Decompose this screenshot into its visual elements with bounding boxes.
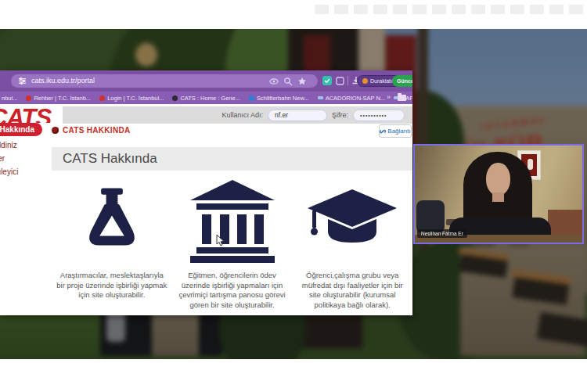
bookmark-item[interactable]: Login | T.C. İstanbul... bbox=[99, 95, 164, 102]
username-input[interactable]: nf.er bbox=[268, 110, 327, 121]
video-frame: İSTANBUL KÜLTÜR ÜNİVERSİ bbox=[0, 0, 587, 392]
feature-column-student: Öğrenci,çalışma grubu veya müfredat dışı… bbox=[292, 177, 412, 310]
person-neck bbox=[492, 192, 504, 202]
url-field[interactable]: cats.iku.edu.tr/portal bbox=[11, 74, 318, 88]
page-title-panel: CATS Hakkında bbox=[52, 147, 412, 171]
eye-icon[interactable] bbox=[269, 77, 279, 86]
participant-name-badge: Neslihan Fatma Er bbox=[417, 229, 467, 238]
bookmark-item[interactable]: nbul... bbox=[2, 95, 17, 102]
feature-text: Öğrenci,çalışma grubu veya müfredat dışı… bbox=[297, 271, 408, 310]
search-icon[interactable] bbox=[283, 77, 293, 86]
feature-column-research: Araştırmacılar, meslektaşlarıyla bir pro… bbox=[52, 177, 172, 310]
sidebar-item-hakkinda[interactable]: Hakkında bbox=[0, 123, 42, 136]
person-face bbox=[486, 163, 510, 196]
feature-text: Araştırmacılar, meslektaşlarıyla bir pro… bbox=[56, 271, 167, 300]
bookmarks-overflow-chevron[interactable]: » bbox=[387, 93, 391, 101]
address-bar: cats.iku.edu.tr/portal Duraklatıldı Günc… bbox=[0, 70, 412, 92]
favicon bbox=[26, 95, 31, 101]
browser-window: cats.iku.edu.tr/portal Duraklatıldı Günc… bbox=[0, 70, 412, 315]
radiator bbox=[548, 210, 582, 236]
cats-portal-page: Kullanıcı Adı: nf.er Şifre: •••••••••• C… bbox=[0, 104, 412, 315]
mouse-cursor bbox=[216, 234, 225, 246]
bank-icon bbox=[189, 180, 276, 263]
page-toolbar: CATS HAKKINDA bbox=[52, 126, 131, 135]
flask-icon bbox=[83, 185, 141, 257]
password-input[interactable]: •••••••••• bbox=[353, 110, 405, 121]
tool-icon bbox=[52, 127, 59, 134]
feature-column-teaching: Eğitmen, öğrencilerin ödev üzerinde işbi… bbox=[172, 177, 293, 310]
bookmark-item[interactable]: Rehber | T.C. İstanb... bbox=[26, 95, 91, 102]
bookmark-item[interactable]: CATS : Home : Gene... bbox=[172, 95, 240, 102]
link-icon bbox=[380, 128, 386, 135]
checkmark-icon[interactable] bbox=[322, 76, 332, 85]
feature-columns: Araştırmacılar, meslektaşlarıyla bir pro… bbox=[52, 177, 412, 310]
graduation-cap-icon bbox=[304, 188, 400, 255]
toolbar-title-text: CATS HAKKINDA bbox=[63, 126, 131, 135]
webcam-video-tile[interactable]: Neslihan Fatma Er bbox=[413, 144, 584, 244]
update-label: Güncelle bbox=[397, 78, 412, 84]
favicon bbox=[99, 95, 105, 101]
extension-badge-icon bbox=[362, 78, 368, 84]
sidebar: Hakkında Hoş Geldiniz Özellikler Görüntü… bbox=[0, 123, 50, 315]
page-title: CATS Hakkında bbox=[52, 147, 412, 171]
bookmarks-bar: nbul... Rehber | T.C. İstanb... Login | … bbox=[0, 92, 412, 104]
bookmark-item[interactable]: Schlitterbahn New... bbox=[249, 95, 309, 102]
connect-button[interactable]: Bağlantı bbox=[379, 124, 412, 138]
favicon bbox=[172, 95, 178, 101]
connect-label: Bağlantı bbox=[387, 128, 410, 135]
login-bar: Kullanıcı Adı: nf.er Şifre: •••••••••• bbox=[63, 106, 412, 124]
favicon bbox=[249, 95, 254, 101]
username-label: Kullanıcı Adı: bbox=[221, 111, 263, 119]
backpack bbox=[416, 200, 445, 233]
password-label: Şifre: bbox=[332, 111, 348, 119]
extension-icon[interactable] bbox=[336, 76, 344, 85]
url-text: cats.iku.edu.tr/portal bbox=[31, 77, 95, 85]
bookmark-item[interactable]: ACADORION-SAP N... bbox=[318, 95, 386, 102]
chrome-update-button[interactable]: Güncelle bbox=[392, 75, 412, 87]
other-bookmarks-folder-icon[interactable] bbox=[398, 95, 406, 101]
feature-text: Eğitmen, öğrencilerin ödev üzerinde işbi… bbox=[177, 271, 288, 310]
toolbar-divider bbox=[348, 76, 348, 85]
favicon bbox=[318, 96, 323, 99]
tune-icon[interactable] bbox=[18, 77, 27, 85]
bookmark-star-icon[interactable] bbox=[297, 77, 307, 86]
